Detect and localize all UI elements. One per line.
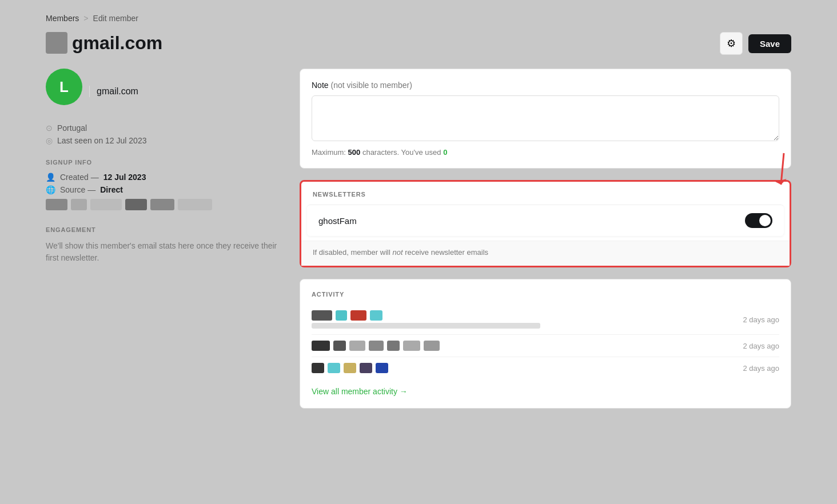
activity-blocks-3 [312, 363, 388, 373]
breadcrumb: Members > Edit member [46, 14, 791, 23]
eye-icon: ◎ [46, 136, 53, 145]
top-bar: gmail.com ⚙ Save [46, 32, 791, 55]
redact-2 [71, 199, 87, 210]
act3-b4 [360, 363, 372, 373]
avatar: L [46, 69, 82, 105]
newsletters-footer: If disabled, member will not receive new… [301, 241, 790, 266]
note-label-text: Note [312, 81, 329, 90]
act2-b6 [403, 341, 420, 351]
redact-5 [150, 199, 174, 210]
footer-text1: If disabled, member will [313, 248, 390, 257]
last-seen-item: ◎ Last seen on 12 Jul 2023 [46, 136, 286, 145]
save-button[interactable]: Save [748, 34, 791, 53]
act2-b5 [387, 341, 400, 351]
act-b2 [336, 310, 347, 321]
act3-b1 [312, 363, 324, 373]
redact-1 [46, 199, 67, 210]
source-label: Source — [60, 185, 95, 194]
location-icon: ⊙ [46, 123, 53, 133]
member-info-row: L gmail.com [46, 69, 286, 114]
redact-4 [125, 199, 147, 210]
activity-time-1: 2 days ago [743, 315, 779, 324]
source-value: Direct [100, 185, 123, 194]
activity-time-2: 2 days ago [743, 342, 779, 350]
note-used-count: 0 [443, 148, 447, 157]
location-item: ⊙ Portugal [46, 123, 286, 133]
note-meta: Maximum: 500 characters. You've used 0 [312, 148, 779, 157]
newsletter-name: ghostFam [318, 216, 357, 226]
engagement-section: ENGAGEMENT We'll show this member's emai… [46, 226, 286, 264]
settings-button[interactable]: ⚙ [720, 32, 743, 55]
note-chars-label: characters. You've used [362, 148, 441, 157]
created-value: 12 Jul 2023 [103, 173, 146, 182]
gear-icon: ⚙ [727, 37, 736, 50]
act3-b5 [376, 363, 388, 373]
note-textarea[interactable] [312, 95, 779, 141]
divider [89, 86, 90, 97]
note-label: Note (not visible to member) [312, 81, 779, 90]
user-icon: 👤 [46, 173, 55, 182]
act2-b2 [333, 341, 346, 351]
engagement-title: ENGAGEMENT [46, 226, 286, 233]
toggle-track[interactable] [745, 213, 772, 228]
note-label-secondary: (not visible to member) [330, 81, 412, 90]
newsletters-section: NEWSLETTERS ghostFam If disabled, member… [300, 180, 791, 267]
activity-time-3: 2 days ago [743, 364, 779, 373]
last-seen-text: Last seen on 12 Jul 2023 [57, 136, 146, 145]
newsletters-section-title: NEWSLETTERS [313, 191, 778, 198]
signup-info: SIGNUP INFO 👤 Created — 12 Jul 2023 🌐 So… [46, 159, 286, 210]
redact-6 [178, 199, 212, 210]
activity-section: ACTIVITY 2 days ago [300, 279, 791, 409]
newsletter-item: ghostFam [307, 205, 784, 236]
act-b4 [370, 310, 382, 321]
toggle-thumb [759, 215, 771, 226]
globe-icon: 🌐 [46, 185, 55, 194]
note-section: Note (not visible to member) Maximum: 50… [300, 69, 791, 169]
created-label: Created — [60, 173, 99, 182]
newsletter-toggle[interactable] [745, 213, 772, 228]
source-row: 🌐 Source — Direct [46, 185, 286, 194]
right-panel: Note (not visible to member) Maximum: 50… [300, 69, 791, 409]
meta-info: ⊙ Portugal ◎ Last seen on 12 Jul 2023 [46, 123, 286, 145]
page-title: gmail.com [46, 32, 162, 54]
activity-item: 2 days ago [312, 335, 779, 357]
activity-item: 2 days ago [312, 305, 779, 335]
activity-item-content-2 [312, 341, 440, 351]
note-max-chars: 500 [348, 148, 361, 157]
act3-b3 [344, 363, 356, 373]
signup-section-title: SIGNUP INFO [46, 159, 286, 166]
activity-section-title: ACTIVITY [312, 291, 779, 298]
activity-sub-1 [312, 323, 540, 329]
act2-b3 [349, 341, 365, 351]
act-b1 [312, 310, 332, 321]
activity-item-content-3 [312, 363, 388, 373]
member-email-display: gmail.com [72, 33, 162, 54]
act3-b2 [328, 363, 340, 373]
activity-blocks-2 [312, 341, 440, 351]
act-b3 [350, 310, 366, 321]
member-email-small: gmail.com [97, 86, 138, 97]
view-all-activity-link[interactable]: View all member activity → [312, 387, 408, 396]
engagement-text: We'll show this member's email stats her… [46, 240, 286, 264]
breadcrumb-current: Edit member [93, 14, 138, 23]
activity-item: 2 days ago [312, 357, 779, 379]
newsletters-header: NEWSLETTERS [301, 182, 790, 198]
content-layout: L gmail.com ⊙ Portugal ◎ Last seen on 12… [46, 69, 791, 409]
top-actions: ⚙ Save [720, 32, 791, 55]
left-panel: L gmail.com ⊙ Portugal ◎ Last seen on 12… [46, 69, 286, 264]
act2-b7 [424, 341, 440, 351]
activity-blocks-1 [312, 310, 540, 321]
note-max-label: Maximum: [312, 148, 346, 157]
email-logo-icon [46, 32, 67, 54]
breadcrumb-members-link[interactable]: Members [46, 14, 79, 23]
redacted-blocks [46, 199, 286, 210]
created-row: 👤 Created — 12 Jul 2023 [46, 173, 286, 182]
footer-text2: receive newsletter emails [405, 248, 488, 257]
breadcrumb-separator: > [83, 14, 88, 23]
act2-b4 [369, 341, 384, 351]
footer-italic: not [392, 248, 402, 257]
activity-item-content [312, 310, 540, 329]
location-text: Portugal [57, 123, 87, 133]
redact-3 [90, 199, 122, 210]
act2-b1 [312, 341, 330, 351]
